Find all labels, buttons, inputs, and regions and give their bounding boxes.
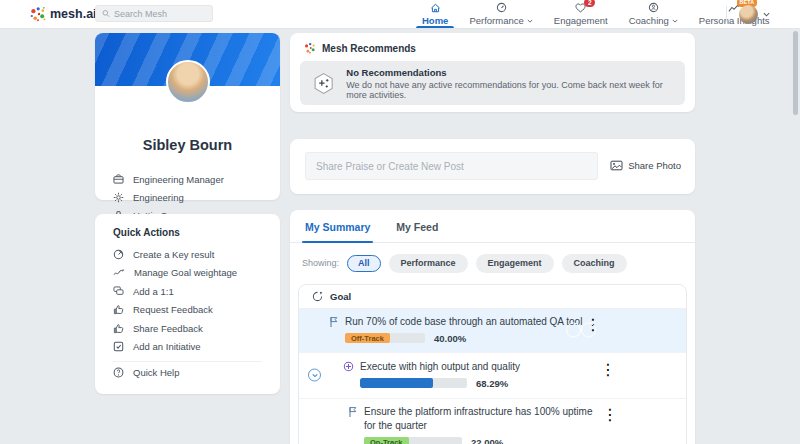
progress-fill [360, 378, 433, 388]
objective-icon [343, 361, 354, 372]
coaching-icon [648, 2, 659, 13]
quick-actions-card: Quick Actions Create a Key result Manage… [95, 214, 280, 394]
quick-actions-title: Quick Actions [95, 214, 280, 245]
progress-percent: 40.00% [434, 333, 466, 344]
profile-department: Engineering [113, 188, 272, 206]
mesh-logo-icon [30, 6, 46, 22]
share-photo-button[interactable]: Share Photo [610, 160, 681, 171]
nav-performance[interactable]: Performance [467, 0, 534, 28]
row-menu-button[interactable]: ⋮ [600, 360, 616, 379]
action-add-initiative[interactable]: Add an Initiative [113, 338, 262, 357]
nav-engagement[interactable]: 2 Engagement [552, 0, 610, 28]
filter-bar: Showing: All Performance Engagement Coac… [290, 243, 695, 282]
action-request-feedback[interactable]: Request Feedback [113, 301, 262, 320]
primary-nav: Home Performance 2 Engagement [420, 0, 772, 28]
summary-feed-card: My Summary My Feed Showing: All Performa… [290, 210, 695, 444]
action-create-key-result[interactable]: Create a Key result [113, 245, 262, 264]
divider [113, 361, 262, 362]
mesh-recommends-card: Mesh Recommends No Recommendations We do… [290, 33, 695, 112]
engagement-heart-icon: 2 [575, 2, 586, 13]
nav-coaching[interactable]: Coaching [627, 0, 680, 28]
empty-state-title: No Recommendations [346, 67, 673, 78]
chevron-down-icon [312, 373, 318, 377]
flag-icon [348, 406, 358, 418]
performance-icon [496, 2, 507, 13]
goal-row-content: Execute with high output and quality 68.… [360, 360, 600, 389]
mesh-mini-logo-icon [304, 42, 316, 54]
question-mark-icon [113, 367, 124, 378]
goal-row-content: Run 70% of code base through an automate… [345, 315, 585, 344]
search-icon [102, 9, 110, 18]
goal-widget: Goal Run 70% of code base through an aut… [298, 284, 687, 444]
goal-icon [312, 291, 323, 302]
home-icon [430, 2, 441, 13]
key-result-icon [113, 249, 124, 260]
flag-icon [329, 316, 339, 328]
user-avatar[interactable] [739, 5, 758, 24]
filter-coaching[interactable]: Coaching [562, 254, 627, 273]
filter-all[interactable]: All [347, 255, 381, 273]
nav-home[interactable]: Home [420, 0, 450, 28]
assignee-avatars [566, 368, 581, 383]
checkbox-icon [113, 341, 124, 352]
objective-title: Execute with high output and quality [360, 360, 600, 374]
profile-card: Sibley Bourn Engineering Manager Enginee… [95, 33, 280, 200]
goal-row-key-result-2[interactable]: Ensure the platform infrastructure has 1… [299, 399, 686, 444]
mesh-recommends-header: Mesh Recommends [290, 33, 695, 61]
collapse-toggle[interactable] [308, 369, 321, 382]
no-recommendations-banner: No Recommendations We do not have any ac… [300, 61, 685, 105]
status-badge: Off-Track [345, 333, 390, 343]
progress-track: On-Track [364, 437, 462, 444]
logo-text: mesh.ai [50, 7, 97, 21]
scrollbar-thumb[interactable] [793, 31, 798, 115]
assignee-avatars [566, 323, 596, 338]
assignee-avatar[interactable] [566, 368, 581, 383]
status-badge: On-Track [364, 437, 409, 444]
key-result-title: Run 70% of code base through an automate… [345, 315, 585, 329]
post-input[interactable] [305, 152, 598, 180]
user-menu [726, 0, 770, 28]
divider [726, 6, 727, 22]
post-composer-card: Share Photo [290, 139, 695, 194]
chevron-down-icon [672, 19, 678, 23]
search-input[interactable] [114, 9, 206, 19]
progress-percent: 68.29% [476, 378, 508, 389]
action-share-feedback[interactable]: Share Feedback [113, 319, 262, 338]
thumbs-up-icon [113, 323, 124, 334]
department-icon [113, 192, 124, 203]
assignee-avatar[interactable] [566, 420, 581, 435]
tab-my-summary[interactable]: My Summary [302, 221, 373, 242]
thumbs-up-icon [113, 304, 124, 315]
assignee-avatar[interactable] [566, 323, 581, 338]
empty-state-description: We do not have any active recommendation… [346, 80, 673, 100]
chevron-down-icon[interactable] [763, 12, 770, 17]
assignee-avatar[interactable] [581, 323, 596, 338]
feed-tabs: My Summary My Feed [290, 210, 695, 243]
photo-icon [610, 160, 623, 171]
weightage-icon [113, 268, 125, 277]
tab-my-feed[interactable]: My Feed [393, 221, 441, 242]
action-add-1-1[interactable]: Add a 1:1 [113, 282, 262, 301]
assignee-avatars [566, 420, 581, 435]
row-menu-button[interactable]: ⋮ [602, 405, 618, 424]
progress-track: Off-Track [345, 333, 425, 343]
quick-actions-list: Create a Key result Manage Goal weightag… [95, 245, 280, 356]
action-manage-goal-weightage[interactable]: Manage Goal weightage [113, 264, 262, 283]
filter-performance[interactable]: Performance [389, 254, 468, 273]
mesh-dashboard: mesh.ai Home Performance [0, 0, 800, 444]
goal-row-objective[interactable]: Execute with high output and quality 68.… [299, 353, 686, 399]
top-navigation-bar: mesh.ai Home Performance [0, 0, 800, 29]
showing-label: Showing: [302, 258, 339, 268]
mesh-logo[interactable]: mesh.ai [30, 0, 97, 28]
progress-track [360, 378, 467, 388]
goal-widget-header: Goal [299, 285, 686, 309]
progress-line: Off-Track 40.00% [345, 333, 585, 344]
no-recommendations-text: No Recommendations We do not have any ac… [346, 67, 673, 100]
profile-role: Engineering Manager [113, 170, 272, 188]
filter-engagement[interactable]: Engagement [476, 254, 554, 273]
profile-avatar [166, 60, 210, 104]
goal-row-key-result-1[interactable]: Run 70% of code base through an automate… [299, 309, 686, 353]
profile-name: Sibley Bourn [95, 137, 280, 153]
search-box[interactable] [95, 5, 213, 22]
action-quick-help[interactable]: Quick Help [95, 366, 280, 379]
